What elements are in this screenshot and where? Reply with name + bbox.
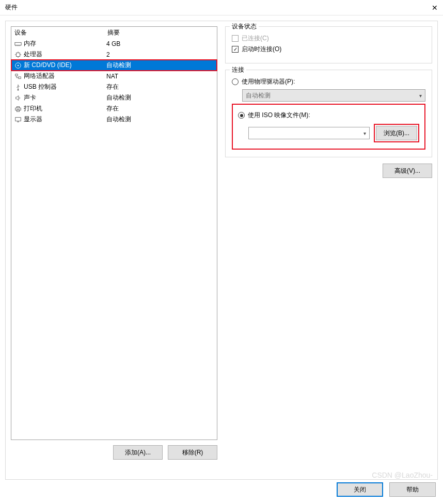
device-summary: 自动检测 <box>104 61 217 70</box>
svg-rect-0 <box>15 42 21 45</box>
left-panel: 设备 摘要 内存4 GB处理器2新 CD/DVD (IDE)自动检测网络适配器N… <box>11 26 217 474</box>
device-buttons: 添加(A)... 移除(R) <box>11 445 217 460</box>
help-button[interactable]: 帮助 <box>389 482 436 497</box>
display-icon <box>13 116 23 123</box>
svg-rect-18 <box>15 117 21 121</box>
iso-label: 使用 ISO 映像文件(M): <box>248 111 310 120</box>
iso-path-combobox[interactable]: ▾ <box>248 127 370 139</box>
connect-on-power-label: 启动时连接(O) <box>242 45 281 54</box>
cd-icon <box>13 62 23 69</box>
device-summary: 自动检测 <box>104 115 217 124</box>
chevron-down-icon: ▾ <box>419 93 422 99</box>
main-panel: 设备 摘要 内存4 GB处理器2新 CD/DVD (IDE)自动检测网络适配器N… <box>5 21 438 480</box>
browse-button[interactable]: 浏览(B)... <box>376 126 417 140</box>
device-status-group: 设备状态 已连接(C) 启动时连接(O) <box>225 26 432 63</box>
connected-checkbox <box>232 35 239 42</box>
connected-label: 已连接(C) <box>242 34 269 43</box>
advanced-button[interactable]: 高级(V)... <box>383 164 432 178</box>
add-button[interactable]: 添加(A)... <box>113 445 163 460</box>
close-button[interactable]: 关闭 <box>337 482 383 497</box>
device-label: 内存 <box>23 39 104 48</box>
svg-point-11 <box>18 64 19 66</box>
cpu-icon <box>13 51 23 58</box>
close-icon[interactable]: ✕ <box>432 4 438 12</box>
device-row[interactable]: 打印机存在 <box>11 103 217 114</box>
iso-path-row: ▾ 浏览(B)... <box>248 124 419 142</box>
iso-radio-row[interactable]: 使用 ISO 映像文件(M): <box>238 111 419 120</box>
chevron-down-icon[interactable]: ▾ <box>363 131 366 136</box>
device-label: 打印机 <box>23 104 104 113</box>
device-label: 显示器 <box>23 115 104 124</box>
physical-drive-radio[interactable] <box>232 78 239 85</box>
browse-highlight: 浏览(B)... <box>374 124 419 142</box>
device-row[interactable]: 网络适配器NAT <box>11 71 217 82</box>
connection-legend: 连接 <box>230 66 246 74</box>
device-list: 设备 摘要 内存4 GB处理器2新 CD/DVD (IDE)自动检测网络适配器N… <box>11 26 217 440</box>
printer-icon <box>13 105 23 112</box>
device-summary: 4 GB <box>104 40 217 47</box>
physical-drive-radio-row[interactable]: 使用物理驱动器(P): <box>232 77 425 86</box>
window-title: 硬件 <box>5 3 18 12</box>
iso-highlight-box: 使用 ISO 映像文件(M): ▾ 浏览(B)... <box>232 104 425 150</box>
device-row[interactable]: 处理器2 <box>11 49 217 60</box>
device-status-legend: 设备状态 <box>230 22 259 31</box>
device-label: 新 CD/DVD (IDE) <box>23 61 104 70</box>
device-label: 网络适配器 <box>23 72 104 80</box>
device-list-header: 设备 摘要 <box>11 27 217 38</box>
sound-icon <box>13 94 23 102</box>
header-summary[interactable]: 摘要 <box>104 27 217 38</box>
device-row[interactable]: 新 CD/DVD (IDE)自动检测 <box>11 60 217 71</box>
device-row[interactable]: 内存4 GB <box>11 38 217 49</box>
physical-drive-value: 自动检测 <box>246 91 271 100</box>
device-summary: 2 <box>104 51 217 58</box>
footer-buttons: 关闭 帮助 <box>337 482 436 497</box>
memory-icon <box>13 40 23 47</box>
titlebar: 硬件 ✕ <box>0 0 443 15</box>
usb-icon <box>13 84 23 91</box>
connect-on-power-row[interactable]: 启动时连接(O) <box>232 45 425 54</box>
device-label: USB 控制器 <box>23 83 104 91</box>
svg-rect-13 <box>19 76 21 78</box>
advanced-row: 高级(V)... <box>225 164 432 178</box>
device-label: 处理器 <box>23 50 104 59</box>
svg-rect-16 <box>17 106 19 108</box>
physical-drive-combobox: 自动检测 ▾ <box>242 89 425 102</box>
device-row[interactable]: 显示器自动检测 <box>11 114 217 125</box>
svg-rect-5 <box>17 53 20 56</box>
device-summary: 存在 <box>104 104 217 113</box>
physical-drive-combo-wrap: 自动检测 ▾ <box>242 89 425 102</box>
connection-group: 连接 使用物理驱动器(P): 自动检测 ▾ 使用 ISO 映像文件(M): <box>225 70 432 157</box>
right-panel: 设备状态 已连接(C) 启动时连接(O) 连接 使用物理驱动器(P): 自动检测… <box>225 26 432 474</box>
device-row[interactable]: USB 控制器存在 <box>11 82 217 92</box>
device-summary: NAT <box>104 73 217 80</box>
physical-drive-label: 使用物理驱动器(P): <box>242 77 295 86</box>
device-label: 声卡 <box>23 93 104 102</box>
header-device[interactable]: 设备 <box>11 27 104 38</box>
network-icon <box>13 73 23 80</box>
device-summary: 存在 <box>104 83 217 91</box>
iso-radio[interactable] <box>238 112 245 119</box>
svg-point-14 <box>18 89 19 90</box>
device-row[interactable]: 声卡自动检测 <box>11 92 217 103</box>
svg-rect-12 <box>15 74 18 76</box>
connect-on-power-checkbox[interactable] <box>232 46 239 53</box>
connected-checkbox-row: 已连接(C) <box>232 34 425 43</box>
remove-button[interactable]: 移除(R) <box>168 445 217 460</box>
device-summary: 自动检测 <box>104 93 217 102</box>
